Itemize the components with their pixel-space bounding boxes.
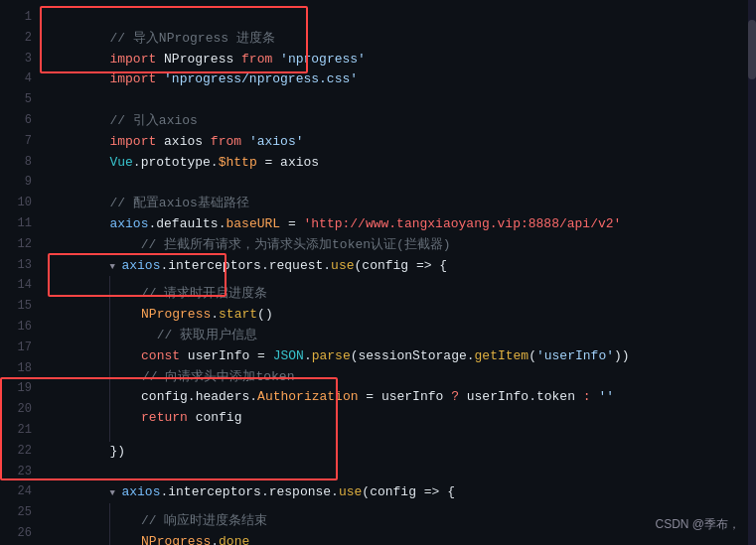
scrollbar-thumb[interactable]	[748, 20, 756, 79]
code-line-12: axios.interceptors.request.use(config =>…	[48, 235, 756, 256]
code-line-6: import axios from 'axios'	[48, 111, 756, 132]
code-line-9: // 配置axios基础路径	[48, 173, 756, 194]
code-editor: 1 2 3 4 5 6 7 8 9 10 11 12 13 14 15 16 1…	[0, 0, 756, 545]
code-line-17: // 向请求头中添加token	[48, 339, 756, 359]
code-line-26: return config	[48, 524, 756, 545]
code-line-24: // 响应时进度条结束	[48, 482, 756, 503]
code-line-25: NProgress.done	[48, 503, 756, 524]
code-line-1: // 导入NProgress 进度条	[48, 8, 756, 29]
code-line-10: axios.defaults.baseURL = 'http://www.tan…	[48, 194, 756, 214]
code-line-13: // 请求时开启进度条	[48, 256, 756, 277]
code-line-15: // 获取用户信息	[48, 297, 756, 318]
code-line-2: import NProgress from 'nprogress'	[48, 29, 756, 50]
code-line-4	[48, 69, 756, 90]
code-line-22	[48, 442, 756, 463]
code-line-23: axios.interceptors.response.use(config =…	[48, 463, 756, 483]
watermark: CSDN @季布，	[655, 516, 740, 533]
code-line-3: import 'nprogress/nprogress.css'	[48, 50, 756, 70]
code-line-21: })	[48, 421, 756, 442]
code-lines: // 导入NProgress 进度条 import NProgress from…	[40, 0, 756, 545]
code-line-7: Vue.prototype.$http = axios	[48, 132, 756, 153]
code-line-19: return config	[48, 379, 756, 400]
code-line-5: // 引入axios	[48, 90, 756, 111]
scrollbar[interactable]	[748, 0, 756, 545]
code-line-20	[48, 400, 756, 421]
code-line-11: // 拦截所有请求，为请求头添加token认证(拦截器)	[48, 214, 756, 235]
code-line-8	[48, 153, 756, 174]
code-line-14: NProgress.start()	[48, 276, 756, 297]
line-numbers: 1 2 3 4 5 6 7 8 9 10 11 12 13 14 15 16 1…	[0, 0, 40, 545]
code-line-18: config.headers.Authorization = userInfo …	[48, 359, 756, 380]
code-line-16: const userInfo = JSON.parse(sessionStora…	[48, 318, 756, 339]
